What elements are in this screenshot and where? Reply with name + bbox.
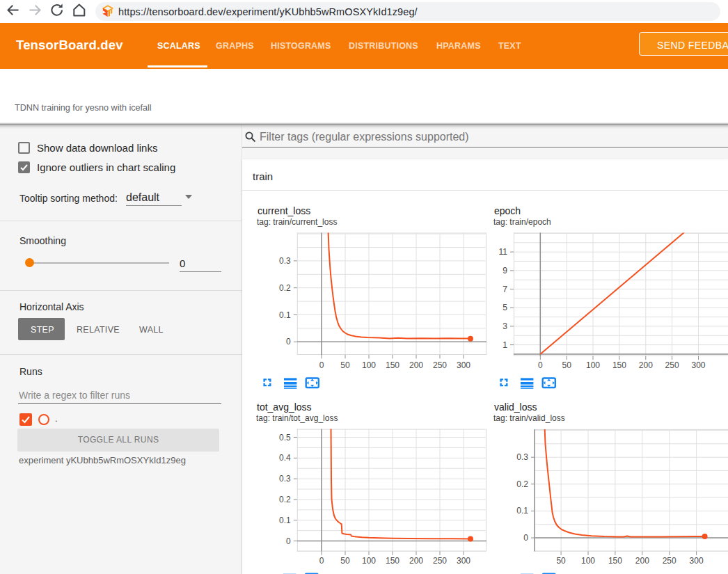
svg-text:0.1: 0.1 — [516, 506, 528, 516]
svg-text:300: 300 — [690, 556, 704, 566]
svg-text:11: 11 — [499, 247, 508, 257]
svg-text:100: 100 — [362, 360, 376, 370]
svg-text:3: 3 — [503, 321, 507, 331]
svg-text:100: 100 — [362, 556, 376, 566]
svg-text:0.4: 0.4 — [279, 453, 291, 463]
svg-text:tag: train/tot_avg_loss: tag: train/tot_avg_loss — [256, 413, 338, 423]
svg-text:250: 250 — [433, 556, 447, 566]
svg-text:valid_loss: valid_loss — [494, 401, 537, 413]
svg-text:200: 200 — [409, 556, 423, 566]
svg-text:0.2: 0.2 — [516, 479, 528, 489]
svg-text:150: 150 — [386, 556, 399, 566]
svg-text:0.3: 0.3 — [279, 256, 291, 266]
svg-text:tag: train/current_loss: tag: train/current_loss — [257, 217, 337, 227]
svg-text:0.5: 0.5 — [279, 433, 291, 443]
svg-text:0.1: 0.1 — [279, 310, 291, 320]
svg-text:250: 250 — [663, 556, 676, 566]
svg-text:tag: train/epoch: tag: train/epoch — [493, 217, 551, 227]
svg-text:200: 200 — [635, 556, 649, 566]
svg-text:0.3: 0.3 — [279, 474, 291, 484]
svg-text:tot_avg_loss: tot_avg_loss — [257, 401, 312, 413]
svg-text:250: 250 — [665, 360, 679, 370]
svg-text:5: 5 — [503, 303, 507, 312]
svg-text:300: 300 — [457, 556, 470, 566]
svg-text:100: 100 — [581, 556, 595, 566]
svg-text:0: 0 — [286, 536, 291, 546]
svg-text:50: 50 — [562, 360, 572, 370]
svg-text:150: 150 — [612, 360, 626, 370]
svg-text:9: 9 — [503, 266, 507, 276]
svg-text:0.3: 0.3 — [516, 452, 528, 462]
svg-text:0.1: 0.1 — [279, 516, 291, 525]
svg-text:50: 50 — [340, 556, 350, 566]
svg-text:200: 200 — [409, 360, 423, 370]
svg-text:tag: train/valid_loss: tag: train/valid_loss — [493, 413, 565, 423]
svg-text:0.2: 0.2 — [279, 283, 291, 293]
svg-text:300: 300 — [691, 360, 705, 370]
svg-text:epoch: epoch — [494, 205, 521, 216]
svg-text:0: 0 — [538, 360, 543, 370]
svg-text:200: 200 — [639, 360, 653, 370]
svg-text:300: 300 — [457, 360, 470, 370]
svg-text:0: 0 — [319, 360, 324, 370]
svg-text:0.2: 0.2 — [279, 495, 291, 504]
svg-text:50: 50 — [340, 360, 350, 370]
svg-text:1: 1 — [503, 340, 507, 350]
svg-text:current_loss: current_loss — [258, 205, 310, 216]
svg-text:250: 250 — [433, 360, 447, 370]
svg-text:100: 100 — [586, 360, 600, 370]
svg-text:150: 150 — [386, 360, 399, 370]
svg-text:50: 50 — [556, 556, 566, 566]
svg-text:0: 0 — [286, 337, 291, 346]
svg-text:0: 0 — [319, 556, 324, 566]
svg-text:0: 0 — [523, 533, 528, 543]
svg-text:150: 150 — [608, 556, 622, 566]
svg-text:7: 7 — [503, 285, 507, 294]
